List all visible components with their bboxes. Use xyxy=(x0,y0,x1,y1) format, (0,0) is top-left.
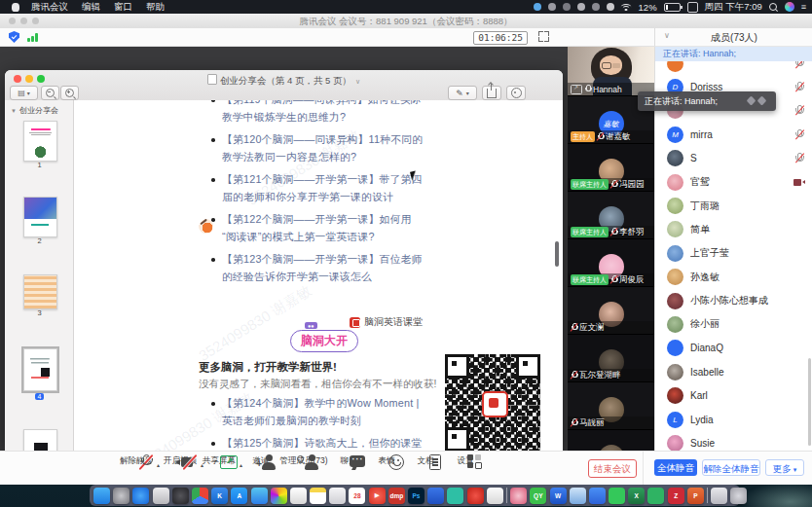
dock-icon[interactable] xyxy=(711,488,727,504)
dock-icon[interactable] xyxy=(93,488,110,504)
unmute-all-button[interactable]: 解除全体静音 xyxy=(702,459,760,476)
network-signal-icon[interactable] xyxy=(27,33,39,42)
video-tile-hannah[interactable]: Hannah xyxy=(568,46,654,96)
page-thumbnail-5[interactable] xyxy=(23,429,57,451)
menu-extra-icon[interactable] xyxy=(548,3,556,11)
preview-toolbar: 创业分享会（第 4 页，共 5 页） ▤▾ ✎▾ xyxy=(5,70,563,101)
dock-icon[interactable] xyxy=(172,488,189,504)
page-thumbnail-3[interactable] xyxy=(23,274,57,309)
menu-extra-icon[interactable] xyxy=(563,3,571,11)
notification-center-icon[interactable]: ≡ xyxy=(801,2,806,12)
video-tile[interactable]: 联席主持人 李舒羽 xyxy=(568,192,654,239)
dock-icon[interactable] xyxy=(192,488,208,504)
dock-icon[interactable]: W xyxy=(550,488,567,504)
dock-icon[interactable]: QY xyxy=(530,488,546,504)
menu-bar-item[interactable]: 腾讯会议 xyxy=(31,1,68,12)
document-scrollbar[interactable] xyxy=(555,241,559,267)
menu-bar-clock[interactable]: 周四 下午7:09 xyxy=(705,1,762,14)
dock-icon[interactable]: P xyxy=(687,488,704,504)
dock-icon[interactable] xyxy=(487,488,503,504)
participant-row[interactable]: 孙逸敏 xyxy=(655,266,812,289)
sidebar-view-button[interactable]: ▤▾ xyxy=(10,86,38,100)
dock-icon[interactable] xyxy=(113,488,129,504)
menu-extra-icon[interactable] xyxy=(577,3,585,11)
dock-icon[interactable] xyxy=(510,488,527,504)
dock-icon[interactable] xyxy=(589,488,606,504)
participant-row[interactable]: Susie xyxy=(655,431,812,451)
participant-row[interactable]: DianaQ xyxy=(655,337,812,360)
video-tile[interactable]: 联席主持人 周俊辰 xyxy=(568,239,654,287)
markup-pencil-button[interactable]: ✎▾ xyxy=(448,86,477,100)
fullscreen-expand-icon[interactable] xyxy=(538,31,549,42)
dock-icon[interactable] xyxy=(251,488,268,504)
video-tile[interactable]: 马靓丽 xyxy=(568,382,654,430)
dock-icon[interactable] xyxy=(310,488,326,504)
participant-row[interactable]: L Lydia xyxy=(655,408,812,431)
participant-row[interactable]: S xyxy=(655,147,812,170)
participant-row[interactable]: 丁雨璐 xyxy=(655,194,812,217)
dock-icon[interactable] xyxy=(447,488,463,504)
dock-icon[interactable]: Z xyxy=(668,488,684,504)
spotlight-search-icon[interactable] xyxy=(769,3,778,12)
preview-minimize-button[interactable] xyxy=(25,75,33,83)
zoom-in-button[interactable] xyxy=(60,86,79,100)
dock-icon[interactable]: Ps xyxy=(408,488,424,504)
dock-icon[interactable] xyxy=(271,488,287,504)
end-meeting-button[interactable]: 结束会议 xyxy=(588,459,637,478)
video-tile[interactable]: 应文澜 xyxy=(568,287,654,335)
participant-row[interactable]: 小陈小陈心想事成 xyxy=(655,289,812,312)
dock-icon[interactable] xyxy=(467,488,484,504)
video-tile[interactable] xyxy=(568,430,654,451)
page-thumbnail-2[interactable] xyxy=(23,197,57,237)
toolbar-control[interactable]: 设置 xyxy=(439,454,492,467)
menu-extra-icon[interactable] xyxy=(592,3,600,11)
wifi-icon[interactable] xyxy=(621,3,632,11)
participant-row[interactable]: 徐小丽 xyxy=(655,312,812,336)
menu-bar-item[interactable]: 窗口 xyxy=(114,1,132,12)
dock-icon[interactable] xyxy=(730,488,747,504)
meeting-security-shield-icon[interactable] xyxy=(9,31,19,43)
dock-icon[interactable]: 28 xyxy=(349,488,365,504)
page-thumbnail-4-selected[interactable] xyxy=(23,348,57,391)
participant-row[interactable]: M mirra xyxy=(655,123,812,146)
mute-all-button[interactable]: 全体静音 xyxy=(654,459,697,476)
menu-extra-icon[interactable] xyxy=(534,3,541,11)
participant-row[interactable]: 上官子莹 xyxy=(655,241,812,265)
sidebar-document-name[interactable]: 创业分享会 xyxy=(11,105,58,116)
dock-icon[interactable]: ▶ xyxy=(369,488,386,504)
dock-icon[interactable] xyxy=(647,488,664,504)
dock-icon[interactable] xyxy=(570,488,586,504)
dock-icon[interactable]: A xyxy=(231,488,247,504)
dock-icon[interactable] xyxy=(329,488,346,504)
dock-icon[interactable]: K xyxy=(211,488,228,504)
more-button[interactable]: 更多 xyxy=(765,459,804,476)
apple-menu-icon[interactable] xyxy=(12,3,19,12)
video-tile[interactable]: 瓦尔登湖畔 xyxy=(568,335,654,382)
members-scrollbar[interactable] xyxy=(808,358,811,446)
dock-icon[interactable]: X xyxy=(628,488,645,504)
keyboard-icon[interactable] xyxy=(687,2,698,13)
location-arrow-icon[interactable] xyxy=(607,3,614,11)
dock-icon[interactable] xyxy=(153,488,169,504)
participant-row[interactable]: Karl xyxy=(655,383,812,407)
video-tile[interactable]: 联席主持人 冯园园 xyxy=(568,144,654,192)
menu-bar-item[interactable]: 编辑 xyxy=(82,1,100,12)
dock-icon[interactable] xyxy=(290,488,307,504)
page-thumbnail-1[interactable] xyxy=(23,121,57,162)
share-button[interactable] xyxy=(482,86,501,100)
participant-row[interactable]: Isabelle xyxy=(655,360,812,383)
siri-icon[interactable] xyxy=(785,2,794,12)
participant-row[interactable]: 简单 xyxy=(655,218,812,241)
annotate-tool-button[interactable] xyxy=(506,86,526,100)
dock-icon[interactable] xyxy=(427,488,444,504)
zoom-out-button[interactable] xyxy=(41,86,59,100)
dock-icon[interactable] xyxy=(506,488,507,503)
participant-row[interactable]: 官鸳 xyxy=(655,170,812,194)
dock-icon[interactable] xyxy=(707,488,708,503)
preview-zoom-button[interactable] xyxy=(37,75,45,83)
dock-icon[interactable]: dmp xyxy=(388,488,405,504)
dock-icon[interactable] xyxy=(132,488,149,504)
menu-bar-item[interactable]: 帮助 xyxy=(146,1,165,12)
dock-icon[interactable] xyxy=(609,488,625,504)
preview-close-button[interactable] xyxy=(14,75,21,83)
